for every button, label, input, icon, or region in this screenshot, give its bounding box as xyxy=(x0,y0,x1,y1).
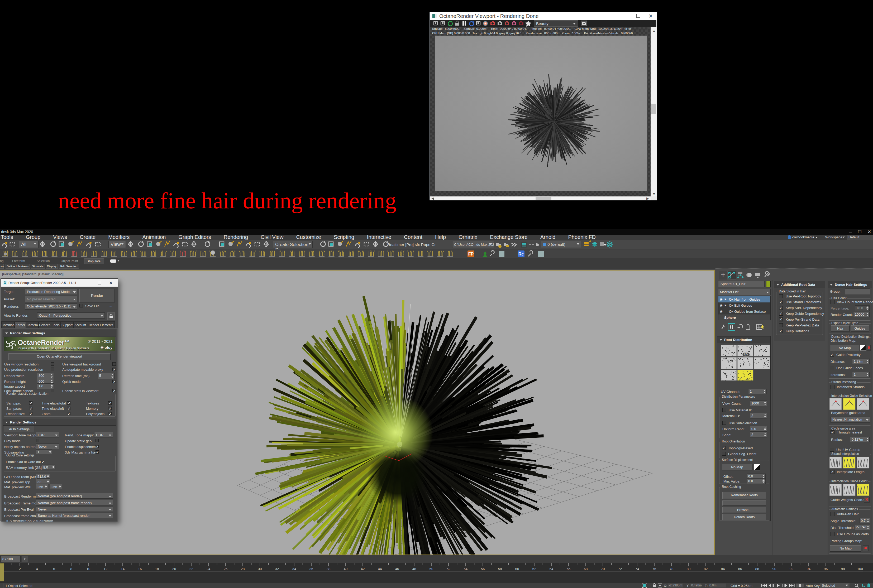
svg-text:96: 96 xyxy=(824,567,828,571)
svg-text:54: 54 xyxy=(464,567,467,571)
svg-text:62: 62 xyxy=(532,567,536,571)
svg-text:46: 46 xyxy=(395,567,399,571)
svg-text:94: 94 xyxy=(807,567,810,571)
svg-text:56: 56 xyxy=(481,567,485,571)
svg-text:8: 8 xyxy=(70,567,72,571)
svg-text:2: 2 xyxy=(19,567,21,571)
svg-text:98: 98 xyxy=(841,567,845,571)
svg-text:42: 42 xyxy=(361,567,365,571)
svg-text:82: 82 xyxy=(704,567,708,571)
svg-text:44: 44 xyxy=(378,567,382,571)
svg-text:16: 16 xyxy=(138,567,142,571)
svg-text:92: 92 xyxy=(790,567,793,571)
svg-text:86: 86 xyxy=(738,567,742,571)
svg-text:6: 6 xyxy=(53,567,55,571)
svg-text:26: 26 xyxy=(224,567,227,571)
svg-text:74: 74 xyxy=(635,567,639,571)
svg-text:40: 40 xyxy=(344,567,347,571)
svg-text:20: 20 xyxy=(172,567,176,571)
svg-text:90: 90 xyxy=(772,567,776,571)
svg-text:34: 34 xyxy=(292,567,296,571)
svg-text:70: 70 xyxy=(601,567,605,571)
svg-text:48: 48 xyxy=(412,567,416,571)
svg-text:38: 38 xyxy=(327,567,330,571)
svg-text:14: 14 xyxy=(121,567,125,571)
svg-text:60: 60 xyxy=(515,567,519,571)
svg-text:12: 12 xyxy=(104,567,107,571)
svg-text:Rc: Rc xyxy=(518,252,524,256)
svg-text:88: 88 xyxy=(755,567,759,571)
svg-text:24: 24 xyxy=(207,567,210,571)
svg-text:58: 58 xyxy=(498,567,502,571)
svg-text:100: 100 xyxy=(857,567,863,571)
svg-text:68: 68 xyxy=(584,567,588,571)
svg-text:FP: FP xyxy=(468,252,474,256)
svg-text:32: 32 xyxy=(275,567,279,571)
svg-text:10: 10 xyxy=(87,567,90,571)
svg-text:50: 50 xyxy=(430,567,433,571)
svg-text:36: 36 xyxy=(310,567,313,571)
svg-text:84: 84 xyxy=(721,567,725,571)
svg-text:18: 18 xyxy=(155,567,159,571)
svg-text:64: 64 xyxy=(550,567,553,571)
svg-text:72: 72 xyxy=(618,567,622,571)
svg-text:22: 22 xyxy=(189,567,193,571)
svg-text:66: 66 xyxy=(567,567,570,571)
svg-text:52: 52 xyxy=(447,567,450,571)
svg-text:76: 76 xyxy=(652,567,656,571)
svg-text:80: 80 xyxy=(687,567,690,571)
svg-text:30: 30 xyxy=(258,567,262,571)
svg-text:28: 28 xyxy=(241,567,245,571)
svg-text:78: 78 xyxy=(670,567,673,571)
svg-text:4: 4 xyxy=(36,567,38,571)
